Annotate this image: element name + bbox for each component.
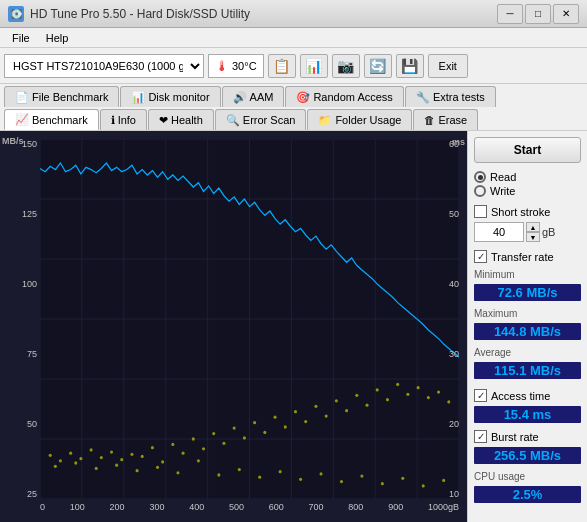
read-radio-row[interactable]: Read xyxy=(474,171,581,183)
svg-point-62 xyxy=(136,469,139,472)
temperature-value: 30°C xyxy=(232,60,257,72)
tab-error-scan-label: Error Scan xyxy=(243,114,296,126)
access-time-row[interactable]: ✓ Access time xyxy=(474,389,581,402)
svg-point-54 xyxy=(417,386,420,389)
exit-button[interactable]: Exit xyxy=(428,54,468,78)
tab-disk-monitor[interactable]: 📊 Disk monitor xyxy=(120,86,220,107)
start-button[interactable]: Start xyxy=(474,137,581,163)
tab-file-benchmark[interactable]: 📄 File Benchmark xyxy=(4,86,119,107)
x-label-0: 0 xyxy=(40,502,45,512)
tab-health[interactable]: ❤ Health xyxy=(148,109,214,130)
y-label-150: 150 xyxy=(22,139,37,149)
maximum-value: 144.8 MB/s xyxy=(474,323,581,340)
svg-point-71 xyxy=(320,472,323,475)
x-label-600: 600 xyxy=(269,502,284,512)
svg-point-56 xyxy=(437,390,440,393)
spinbox-input[interactable] xyxy=(474,222,524,242)
svg-point-31 xyxy=(182,452,185,455)
short-stroke-label: Short stroke xyxy=(491,206,550,218)
y-label-75: 75 xyxy=(27,349,37,359)
svg-point-34 xyxy=(212,432,215,435)
spinbox-row: ▲ ▼ gB xyxy=(474,222,581,242)
write-radio-row[interactable]: Write xyxy=(474,185,581,197)
svg-point-47 xyxy=(345,409,348,412)
tab-benchmark[interactable]: 📈 Benchmark xyxy=(4,109,99,130)
tab-benchmark-label: Benchmark xyxy=(32,114,88,126)
toolbar-btn-5[interactable]: 💾 xyxy=(396,54,424,78)
minimize-button[interactable]: ─ xyxy=(497,4,523,24)
tab-health-label: Health xyxy=(171,114,203,126)
error-scan-icon: 🔍 xyxy=(226,114,240,127)
svg-point-52 xyxy=(396,383,399,386)
minimum-value: 72.6 MB/s xyxy=(474,284,581,301)
transfer-rate-row[interactable]: ✓ Transfer rate xyxy=(474,250,581,263)
thermometer-icon: 🌡 xyxy=(215,58,229,74)
y-label-100: 100 xyxy=(22,279,37,289)
access-time-label: Access time xyxy=(491,390,550,402)
transfer-rate-checkbox[interactable]: ✓ xyxy=(474,250,487,263)
tab-folder-usage[interactable]: 📁 Folder Usage xyxy=(307,109,412,130)
toolbar-btn-3[interactable]: 📷 xyxy=(332,54,360,78)
burst-rate-checkbox[interactable]: ✓ xyxy=(474,430,487,443)
tab-error-scan[interactable]: 🔍 Error Scan xyxy=(215,109,307,130)
read-label: Read xyxy=(490,171,516,183)
svg-point-37 xyxy=(243,436,246,439)
drive-selector[interactable]: HGST HTS721010A9E630 (1000 gB) xyxy=(4,54,204,78)
tab-random-access-label: Random Access xyxy=(313,91,392,103)
nav-tabs-row1: 📄 File Benchmark 📊 Disk monitor 🔊 AAM 🎯 … xyxy=(0,84,587,108)
close-button[interactable]: ✕ xyxy=(553,4,579,24)
benchmark-icon: 📈 xyxy=(15,113,29,126)
svg-point-24 xyxy=(110,450,113,453)
spin-up-button[interactable]: ▲ xyxy=(526,222,540,232)
disk-monitor-icon: 📊 xyxy=(131,91,145,104)
menu-help[interactable]: Help xyxy=(38,30,77,46)
svg-point-26 xyxy=(130,453,133,456)
tab-aam-label: AAM xyxy=(250,91,274,103)
tab-extra-tests[interactable]: 🔧 Extra tests xyxy=(405,86,496,107)
y-label-25: 25 xyxy=(27,489,37,499)
window-title: HD Tune Pro 5.50 - Hard Disk/SSD Utility xyxy=(30,7,497,21)
svg-point-48 xyxy=(355,394,358,397)
short-stroke-row[interactable]: Short stroke xyxy=(474,205,581,218)
tab-aam[interactable]: 🔊 AAM xyxy=(222,86,285,107)
read-write-group: Read Write xyxy=(474,171,581,197)
short-stroke-checkbox[interactable] xyxy=(474,205,487,218)
svg-point-61 xyxy=(115,464,118,467)
svg-point-51 xyxy=(386,398,389,401)
x-label-300: 300 xyxy=(149,502,164,512)
svg-point-22 xyxy=(90,448,93,451)
burst-rate-row[interactable]: ✓ Burst rate xyxy=(474,430,581,443)
y-label-50: 50 xyxy=(27,419,37,429)
maximum-label: Maximum xyxy=(474,308,581,319)
tab-erase[interactable]: 🗑 Erase xyxy=(413,109,478,130)
menu-file[interactable]: File xyxy=(4,30,38,46)
health-icon: ❤ xyxy=(159,114,168,127)
random-access-icon: 🎯 xyxy=(296,91,310,104)
svg-point-65 xyxy=(197,459,200,462)
access-time-checkbox[interactable]: ✓ xyxy=(474,389,487,402)
main-content: MB/s 150 125 100 75 50 25 xyxy=(0,131,587,522)
svg-point-77 xyxy=(442,479,445,482)
toolbar-btn-4[interactable]: 🔄 xyxy=(364,54,392,78)
x-label-1000: 1000gB xyxy=(428,502,459,512)
toolbar-btn-2[interactable]: 📊 xyxy=(300,54,328,78)
read-radio[interactable] xyxy=(474,171,486,183)
toolbar-btn-1[interactable]: 📋 xyxy=(268,54,296,78)
svg-point-32 xyxy=(192,437,195,440)
app-icon: 💽 xyxy=(8,6,24,22)
maximize-button[interactable]: □ xyxy=(525,4,551,24)
svg-point-27 xyxy=(141,455,144,458)
tab-info[interactable]: ℹ Info xyxy=(100,109,147,130)
toolbar: HGST HTS721010A9E630 (1000 gB) 🌡 30°C 📋 … xyxy=(0,48,587,84)
svg-point-20 xyxy=(69,452,72,455)
spin-down-button[interactable]: ▼ xyxy=(526,232,540,242)
temperature-display: 🌡 30°C xyxy=(208,54,264,78)
svg-point-58 xyxy=(54,465,57,468)
write-radio[interactable] xyxy=(474,185,486,197)
burst-rate-value: 256.5 MB/s xyxy=(474,447,581,464)
x-label-100: 100 xyxy=(70,502,85,512)
tab-random-access[interactable]: 🎯 Random Access xyxy=(285,86,403,107)
svg-point-63 xyxy=(156,466,159,469)
spin-buttons: ▲ ▼ xyxy=(526,222,540,242)
x-label-400: 400 xyxy=(189,502,204,512)
